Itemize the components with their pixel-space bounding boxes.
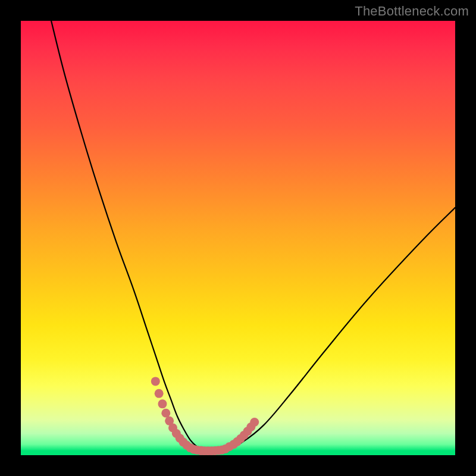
highlight-dot — [151, 377, 160, 386]
valley-highlight-left — [151, 377, 206, 455]
highlight-dot — [161, 409, 170, 418]
watermark-text: TheBottleneck.com — [355, 4, 469, 19]
bottleneck-curve — [51, 21, 455, 451]
plot-area — [21, 21, 455, 455]
highlight-dot — [158, 399, 167, 408]
highlight-dot — [250, 418, 259, 427]
chart-frame: TheBottleneck.com — [0, 0, 476, 476]
valley-highlight-bottom — [196, 442, 233, 455]
bottleneck-chart — [21, 21, 455, 455]
highlight-dot — [155, 389, 164, 398]
